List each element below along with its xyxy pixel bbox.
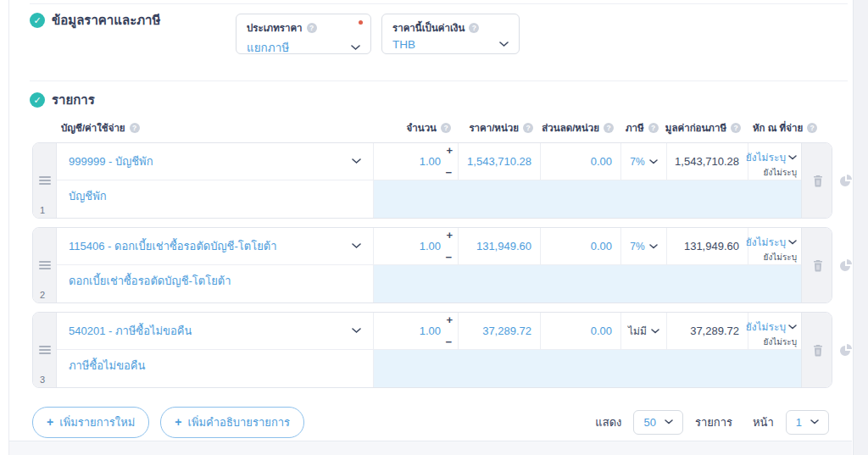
pricing-section-label: ข้อมูลราคาและภาษี bbox=[52, 10, 160, 31]
help-icon[interactable]: ? bbox=[604, 123, 614, 133]
tax-select[interactable]: 7% bbox=[621, 228, 667, 265]
description-extension-area bbox=[374, 265, 801, 302]
withholding-select[interactable]: ยังไม่ระบุ ยังไม่ระบุ bbox=[748, 313, 801, 350]
row-number: 2 bbox=[40, 290, 45, 300]
withholding-select[interactable]: ยังไม่ระบุ ยังไม่ระบุ bbox=[748, 143, 801, 180]
panel-left-border bbox=[8, 0, 9, 455]
items-section-label: รายการ bbox=[52, 90, 95, 110]
description-input[interactable]: ดอกเบี้ยเช่าซื้อรอตัดบัญชี-โตโยต้า bbox=[57, 265, 374, 302]
trash-icon[interactable] bbox=[812, 175, 824, 187]
plus-icon: + bbox=[47, 416, 53, 428]
chevron-down-icon bbox=[649, 159, 658, 164]
help-icon[interactable]: ? bbox=[130, 123, 140, 133]
items-table-header: บัญชี/ค่าใช้จ่าย ? จำนวน ? ราคา/หน่วย ? … bbox=[32, 119, 832, 137]
add-item-button[interactable]: + เพิ่มรายการใหม่ bbox=[32, 407, 149, 438]
chevron-down-icon bbox=[352, 243, 361, 249]
withholding-hint: ยังไม่ระบุ bbox=[764, 251, 797, 264]
withholding-select[interactable]: ยังไม่ระบุ ยังไม่ระบุ bbox=[748, 228, 801, 265]
help-icon[interactable]: ? bbox=[441, 123, 451, 133]
column-header-account: บัญชี/ค่าใช้จ่าย ? bbox=[56, 120, 373, 136]
price-type-value: แยกภาษี bbox=[247, 38, 289, 57]
help-icon[interactable]: ? bbox=[807, 123, 817, 133]
side-panel-edge bbox=[853, 0, 868, 455]
discount-input[interactable]: 0.00 bbox=[541, 228, 621, 265]
quantity-decrease-button[interactable]: − bbox=[445, 251, 452, 264]
chevron-down-icon bbox=[665, 419, 673, 424]
pretax-amount: 37,289.72 bbox=[667, 313, 748, 350]
help-icon[interactable]: ? bbox=[307, 23, 317, 33]
chevron-down-icon bbox=[351, 45, 360, 51]
required-indicator bbox=[359, 20, 363, 25]
quantity-input[interactable]: 1.00 + − bbox=[374, 228, 459, 265]
check-circle-icon: ✓ bbox=[30, 13, 45, 28]
drag-handle-icon bbox=[39, 261, 51, 271]
quantity-decrease-button[interactable]: − bbox=[445, 166, 452, 179]
quantity-input[interactable]: 1.00 + − bbox=[374, 313, 459, 350]
chevron-down-icon bbox=[651, 329, 659, 334]
column-header-withholding: หัก ณ ที่จ่าย ? bbox=[748, 120, 800, 136]
row-number: 3 bbox=[40, 375, 45, 385]
column-header-unit-price: ราคา/หน่วย ? bbox=[458, 120, 540, 136]
page-size-select[interactable]: 50 bbox=[633, 410, 682, 435]
chevron-down-icon bbox=[649, 244, 658, 249]
row-drag-handle[interactable]: 1 bbox=[33, 143, 57, 218]
unit-price-input[interactable]: 1,543,710.28 bbox=[459, 143, 541, 180]
quantity-increase-button[interactable]: + bbox=[446, 229, 453, 241]
description-extension-area bbox=[374, 180, 801, 218]
expense-form-page: ✓ ข้อมูลราคาและภาษี ประเภทราคา ? แยกภาษี… bbox=[0, 0, 868, 455]
currency-value: THB bbox=[392, 38, 415, 51]
allocation-pie-icon[interactable] bbox=[839, 174, 853, 187]
unit-price-input[interactable]: 37,289.72 bbox=[459, 313, 541, 350]
drag-handle-icon bbox=[39, 346, 51, 356]
account-select[interactable]: 115406 - ดอกเบี้ยเช่าซื้อรอตัดบัญชี-โตโย… bbox=[57, 228, 374, 265]
help-icon[interactable]: ? bbox=[469, 23, 479, 33]
allocation-pie-icon[interactable] bbox=[839, 343, 853, 357]
chevron-down-icon bbox=[788, 155, 797, 160]
description-input[interactable]: บัญชีพัก bbox=[57, 180, 374, 218]
trash-icon[interactable] bbox=[812, 259, 824, 272]
section-divider bbox=[30, 80, 848, 81]
chevron-down-icon bbox=[352, 328, 361, 334]
chevron-down-icon bbox=[352, 158, 361, 164]
allocation-pie-icon[interactable] bbox=[839, 258, 853, 272]
row-drag-handle[interactable]: 3 bbox=[33, 313, 57, 387]
row-number: 1 bbox=[40, 205, 45, 215]
help-icon[interactable]: ? bbox=[523, 123, 533, 133]
unit-price-input[interactable]: 131,949.60 bbox=[459, 228, 541, 265]
top-divider bbox=[30, 3, 848, 4]
drag-handle-icon bbox=[39, 176, 51, 186]
help-icon[interactable]: ? bbox=[731, 123, 741, 133]
discount-input[interactable]: 0.00 bbox=[541, 313, 621, 350]
chevron-down-icon bbox=[788, 240, 797, 245]
column-header-discount: ส่วนลด/หน่วย ? bbox=[540, 120, 620, 136]
tax-select[interactable]: ไม่มี bbox=[621, 313, 667, 350]
check-circle-icon: ✓ bbox=[30, 92, 45, 108]
quantity-increase-button[interactable]: + bbox=[446, 314, 453, 326]
discount-input[interactable]: 0.00 bbox=[541, 143, 621, 180]
pricing-section-title: ✓ ข้อมูลราคาและภาษี bbox=[30, 10, 160, 31]
items-unit-label: รายการ bbox=[695, 413, 732, 431]
quantity-increase-button[interactable]: + bbox=[446, 144, 453, 157]
row-actions bbox=[801, 313, 832, 387]
pagination: แสดง 50 รายการ หน้า 1 bbox=[595, 410, 829, 435]
page-number-select[interactable]: 1 bbox=[786, 410, 829, 435]
add-description-button[interactable]: + เพิ่มคำอธิบายรายการ bbox=[160, 407, 304, 438]
description-input[interactable]: ภาษีซื้อไม่ขอคืน bbox=[57, 350, 374, 387]
item-row-card: 3 540201 - ภาษีซื้อไม่ขอคืน 1.00 + − 37,… bbox=[32, 312, 832, 388]
quantity-input[interactable]: 1.00 + − bbox=[374, 143, 459, 180]
account-select[interactable]: 540201 - ภาษีซื้อไม่ขอคืน bbox=[57, 313, 374, 350]
help-icon[interactable]: ? bbox=[648, 123, 659, 133]
price-type-select[interactable]: ประเภทราคา ? แยกภาษี bbox=[236, 14, 371, 54]
quantity-decrease-button[interactable]: − bbox=[445, 336, 452, 348]
trash-icon[interactable] bbox=[812, 344, 824, 357]
price-type-label: ประเภทราคา bbox=[247, 20, 303, 36]
currency-select[interactable]: ราคานี้เป็นค่าเงิน ? THB bbox=[381, 14, 520, 54]
column-header-tax: ภาษี ? bbox=[620, 120, 666, 136]
currency-label: ราคานี้เป็นค่าเงิน bbox=[392, 20, 465, 36]
tax-select[interactable]: 7% bbox=[621, 143, 667, 180]
row-actions bbox=[801, 228, 832, 302]
column-header-pretax: มูลค่าก่อนภาษี ? bbox=[666, 120, 748, 136]
row-drag-handle[interactable]: 2 bbox=[33, 228, 57, 302]
account-select[interactable]: 999999 - บัญชีพัก bbox=[57, 143, 374, 180]
pretax-amount: 131,949.60 bbox=[667, 228, 748, 265]
